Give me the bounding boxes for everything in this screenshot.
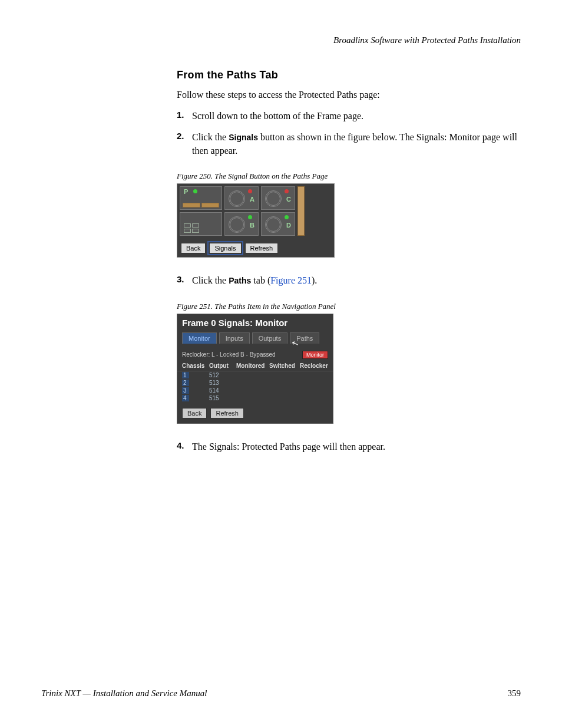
- fan-label: C: [286, 196, 291, 203]
- step-number: 4.: [177, 440, 192, 453]
- running-head: Broadlinx Software with Protected Paths …: [41, 35, 521, 45]
- fan-icon: [265, 216, 282, 233]
- tab-outputs[interactable]: Outputs: [252, 332, 288, 344]
- signals-bold: Signals: [229, 133, 258, 142]
- step-number: 3.: [177, 274, 192, 287]
- text-fragment: Click the: [192, 275, 229, 285]
- fan-d: D: [261, 212, 295, 236]
- p-label: P: [184, 188, 188, 195]
- page-footer: Trinix NXT — Installation and Service Ma…: [41, 689, 521, 699]
- refresh-button[interactable]: Refresh: [245, 243, 279, 253]
- fan-icon: [229, 216, 245, 233]
- figure-251: Frame 0 Signals: Monitor Monitor Inputs …: [177, 314, 333, 424]
- footer-title: Trinix NXT — Installation and Service Ma…: [41, 689, 207, 699]
- col-switched: Switched: [269, 363, 300, 369]
- table-row[interactable]: 1 512: [177, 371, 333, 379]
- refresh-button[interactable]: Refresh: [210, 408, 244, 419]
- monitor-badge[interactable]: Monitor: [302, 351, 328, 359]
- step-3: 3. Click the Paths tab (Figure 251).: [177, 274, 521, 287]
- fan-icon: [229, 190, 245, 207]
- fan-a: A: [224, 186, 259, 210]
- slot-lower: [180, 212, 222, 236]
- figure-250: P A: [177, 183, 335, 258]
- fan-label: B: [250, 222, 254, 229]
- side-bar-strip: [297, 186, 305, 236]
- cell-chassis: 2: [182, 380, 189, 386]
- figure-251-caption: Figure 251. The Paths Item in the Naviga…: [177, 302, 521, 311]
- text-fragment: ).: [312, 275, 317, 285]
- cell-output: 513: [209, 380, 236, 386]
- cell-output: 515: [209, 395, 236, 401]
- intro-text: Follow these steps to access the Protect…: [177, 90, 521, 100]
- step-text: Click the Signals button as shown in the…: [192, 131, 521, 157]
- step-2: 2. Click the Signals button as shown in …: [177, 131, 521, 157]
- reclocker-legend: Reclocker: L - Locked B - Bypassed: [182, 351, 276, 358]
- fan-icon: [265, 190, 282, 207]
- cell-chassis: 3: [182, 387, 189, 394]
- fan-label: A: [250, 196, 254, 203]
- col-output: Output: [209, 363, 236, 369]
- led-icon: [248, 215, 252, 219]
- step-text: Scroll down to the bottom of the Frame p…: [192, 110, 363, 123]
- col-chassis: Chassis: [182, 363, 209, 369]
- fan-c: C: [261, 186, 295, 210]
- led-icon: [193, 189, 197, 193]
- led-icon: [285, 215, 289, 219]
- figure-251-link[interactable]: Figure 251: [270, 275, 312, 285]
- figure-250-caption: Figure 250. The Signal Button on the Pat…: [177, 172, 521, 181]
- cell-output: 512: [209, 372, 236, 378]
- text-fragment: Click the: [192, 132, 229, 142]
- signals-button[interactable]: Signals: [209, 243, 241, 253]
- fan-b: B: [224, 212, 259, 236]
- table-header: Chassis Output Monitored Switched Recloc…: [177, 363, 333, 371]
- step-number: 1.: [177, 110, 192, 123]
- led-icon: [248, 189, 252, 193]
- cell-chassis: 1: [182, 372, 189, 378]
- table-row[interactable]: 4 515: [177, 394, 333, 402]
- section-heading: From the Paths Tab: [177, 69, 521, 81]
- led-icon: [285, 189, 289, 193]
- tab-inputs[interactable]: Inputs: [219, 332, 250, 344]
- fan-label: D: [286, 222, 291, 229]
- back-button[interactable]: Back: [182, 408, 207, 419]
- cell-output: 514: [209, 387, 236, 394]
- panel-title: Frame 0 Signals: Monitor: [177, 314, 333, 332]
- text-fragment: tab (: [251, 275, 270, 285]
- col-monitored: Monitored: [236, 363, 269, 369]
- back-button[interactable]: Back: [181, 243, 206, 253]
- step-number: 2.: [177, 131, 192, 157]
- step-text: Click the Paths tab (Figure 251).: [192, 274, 317, 287]
- tab-monitor[interactable]: Monitor: [182, 332, 217, 344]
- step-text: The Signals: Protected Paths page will t…: [192, 440, 385, 453]
- cell-chassis: 4: [182, 395, 189, 401]
- page-number: 359: [508, 689, 521, 699]
- table-row[interactable]: 2 513: [177, 379, 333, 387]
- step-4: 4. The Signals: Protected Paths page wil…: [177, 440, 521, 453]
- paths-bold: Paths: [229, 276, 251, 285]
- slot-p: P: [180, 186, 222, 210]
- col-reclocker: Reclocker: [300, 363, 328, 369]
- table-row[interactable]: 3 514: [177, 387, 333, 394]
- step-1: 1. Scroll down to the bottom of the Fram…: [177, 110, 521, 123]
